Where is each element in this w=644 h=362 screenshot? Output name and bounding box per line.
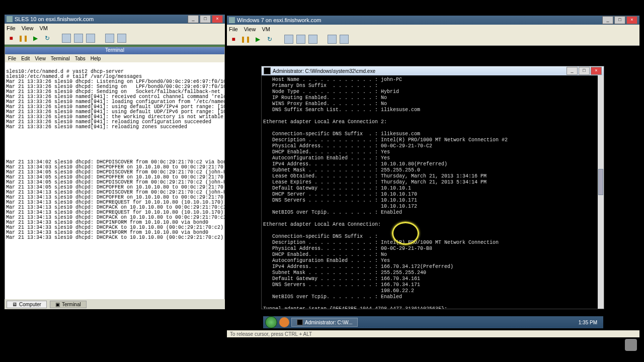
toolbar-icon[interactable] xyxy=(296,35,305,44)
win7-titlebar[interactable]: Windows 7 on esxi.finishwork.com _ □ × xyxy=(227,16,639,25)
sles-title: SLES 10 on esxi.finishwork.com xyxy=(15,16,187,22)
play-icon[interactable]: ▶ xyxy=(31,34,40,43)
menu-vm[interactable]: VM xyxy=(262,26,270,32)
term-menu-terminal[interactable]: Terminal xyxy=(51,56,70,61)
term-menu-help[interactable]: Help xyxy=(91,56,101,61)
menu-view[interactable]: View xyxy=(22,25,34,31)
start-button[interactable] xyxy=(265,316,277,328)
clock-text: 1:35 PM xyxy=(579,320,597,325)
stop-icon[interactable]: ■ xyxy=(7,34,16,43)
cmd-maximize-button[interactable]: □ xyxy=(579,67,590,75)
play-icon[interactable]: ▶ xyxy=(253,35,262,44)
minimize-button[interactable]: _ xyxy=(188,15,199,23)
taskbar-computer[interactable]: 🖥 Computer xyxy=(7,301,47,308)
term-menu-tabs[interactable]: Tabs xyxy=(75,56,86,61)
minimize-button[interactable]: _ xyxy=(602,16,613,24)
sles-desktop: Terminal File Edit View Terminal Tabs He… xyxy=(5,45,225,309)
menu-view[interactable]: View xyxy=(244,26,256,32)
sles-titlebar[interactable]: SLES 10 on esxi.finishwork.com _ □ × xyxy=(5,15,225,24)
win7-statusbar: To release cursor, press CTRL + ALT xyxy=(227,330,639,337)
cmd-output[interactable]: Host Name . . . . . . . . . . . . : john… xyxy=(262,75,604,309)
scrollbar-thumb[interactable] xyxy=(598,169,603,195)
term-menu-edit[interactable]: Edit xyxy=(21,56,30,61)
taskbar-clock[interactable]: 1:35 PM xyxy=(566,320,601,325)
menu-vm[interactable]: VM xyxy=(39,25,48,31)
reset-icon[interactable]: ↻ xyxy=(43,34,52,43)
cmd-titlebar[interactable]: Administrator: C:\Windows\system32\cmd.e… xyxy=(262,66,604,75)
sles-menubar[interactable]: File View VM xyxy=(5,24,225,32)
toolbar-icon[interactable] xyxy=(62,34,71,43)
cmd-close-button[interactable]: × xyxy=(591,67,602,75)
taskbar-terminal-label: Terminal xyxy=(62,302,81,307)
vm-icon xyxy=(229,17,235,23)
win7-guest-screen[interactable]: Administrator: C:\Windows\system32\cmd.e… xyxy=(227,46,639,330)
cmd-icon xyxy=(264,67,271,74)
terminal-icon: ▣ xyxy=(55,302,60,307)
win7-taskbar[interactable]: Administrator: C:\W... 1:35 PM xyxy=(263,316,603,328)
firefox-icon[interactable] xyxy=(279,317,289,327)
taskbar-terminal[interactable]: ▣ Terminal xyxy=(50,301,87,308)
term-menu-view[interactable]: View xyxy=(35,56,46,61)
win7-vm-window: Windows 7 on esxi.finishwork.com _ □ × F… xyxy=(226,15,640,338)
status-text: To release cursor, press CTRL + ALT xyxy=(230,331,312,337)
taskbar-computer-label: Computer xyxy=(19,302,41,307)
toolbar-icon[interactable] xyxy=(308,35,317,44)
reset-icon[interactable]: ↻ xyxy=(265,35,274,44)
sles-toolbar: ■ ❚❚ ▶ ↻ xyxy=(5,32,225,45)
toolbar-icon[interactable] xyxy=(340,35,349,44)
pause-icon[interactable]: ❚❚ xyxy=(241,35,250,44)
cmd-title-text: Administrator: C:\Windows\system32\cmd.e… xyxy=(273,68,375,74)
computer-icon: 🖥 xyxy=(12,302,17,307)
menu-file[interactable]: File xyxy=(7,25,16,31)
term-menu-file[interactable]: File xyxy=(8,56,16,61)
win7-menubar[interactable]: File View VM xyxy=(227,25,639,33)
pause-icon[interactable]: ❚❚ xyxy=(19,34,28,43)
taskbar-cmd-label: Administrator: C:\W... xyxy=(305,320,352,325)
stop-icon[interactable]: ■ xyxy=(229,35,238,44)
toolbar-icon[interactable] xyxy=(86,34,95,43)
sles-guest-screen[interactable]: Terminal File Edit View Terminal Tabs He… xyxy=(5,45,225,309)
cmd-icon xyxy=(297,319,303,325)
close-button[interactable]: × xyxy=(212,15,223,23)
vm-icon xyxy=(7,16,13,22)
win7-title: Windows 7 on esxi.finishwork.com xyxy=(237,17,601,23)
terminal-output[interactable]: sles10:/etc/named.d # yast2 dhcp-server … xyxy=(5,62,224,304)
taskbar-cmd[interactable]: Administrator: C:\W... xyxy=(291,318,358,327)
cmd-minimize-button[interactable]: _ xyxy=(567,67,578,75)
toolbar-icon[interactable] xyxy=(105,34,114,43)
toolbar-icon[interactable] xyxy=(328,35,337,44)
terminal-titlebar[interactable]: Terminal xyxy=(5,47,224,54)
maximize-button[interactable]: □ xyxy=(200,15,211,23)
win7-toolbar: ■ ❚❚ ▶ ↻ xyxy=(227,33,639,46)
toolbar-icon[interactable] xyxy=(117,34,126,43)
cmd-scrollbar[interactable] xyxy=(598,75,604,309)
menu-file[interactable]: File xyxy=(229,26,238,32)
toolbar-icon[interactable] xyxy=(74,34,83,43)
recording-indicator xyxy=(621,339,641,359)
close-button[interactable]: × xyxy=(626,16,637,24)
maximize-button[interactable]: □ xyxy=(614,16,625,24)
sles-taskbar[interactable]: 🖥 Computer ▣ Terminal xyxy=(5,299,225,309)
terminal-window[interactable]: Terminal File Edit View Terminal Tabs He… xyxy=(5,47,225,304)
cmd-window[interactable]: Administrator: C:\Windows\system32\cmd.e… xyxy=(261,66,604,309)
terminal-menubar[interactable]: File Edit View Terminal Tabs Help xyxy=(5,54,224,62)
sles-vm-window: SLES 10 on esxi.finishwork.com _ □ × Fil… xyxy=(4,14,225,310)
toolbar-icon[interactable] xyxy=(284,35,293,44)
